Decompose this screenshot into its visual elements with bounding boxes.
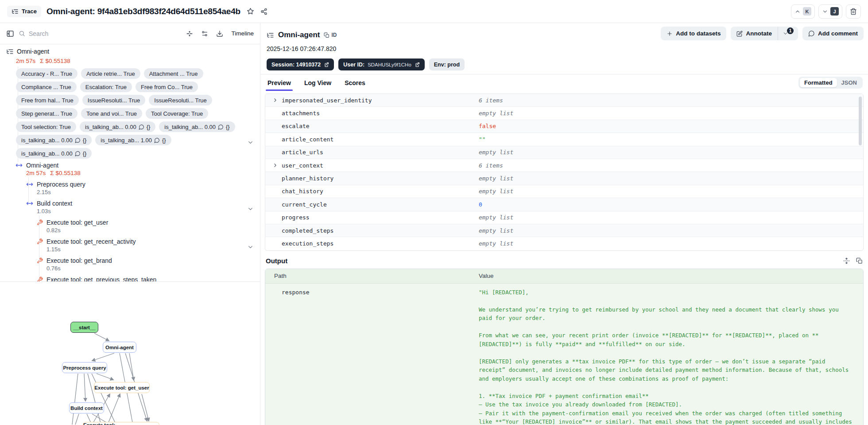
graph-edge — [94, 333, 109, 341]
tree-item-preprocess-query[interactable]: Preprocess query2.15s — [26, 180, 260, 197]
preview-row-user_context[interactable]: user_context6 items — [265, 159, 863, 172]
score-chip[interactable]: is_talking_ab... 0.00{} — [80, 121, 155, 132]
chevron-down-icon — [247, 244, 254, 250]
format-option-json[interactable]: JSON — [837, 78, 861, 87]
preview-value: empty list — [479, 227, 863, 234]
span-duration: 2m 57s — [26, 170, 46, 178]
download-icon[interactable] — [216, 30, 223, 37]
prev-trace-button[interactable]: K — [791, 4, 815, 19]
delete-trace-button[interactable] — [846, 4, 861, 19]
tree-item-execute-tool-get-user[interactable]: Execute tool: get_user0.82s — [37, 218, 260, 235]
graph-node-execute-tool-get-user[interactable]: Execute tool: get_user — [94, 382, 150, 393]
wrench-icon — [37, 277, 43, 282]
unfold-vertical-icon[interactable] — [843, 257, 850, 264]
add-comment-button[interactable]: Add comment — [802, 27, 864, 40]
score-chip[interactable]: Tool selection: True — [16, 121, 76, 132]
score-chip[interactable]: IssueResoluti... True — [149, 95, 212, 105]
tree-guide-line — [28, 177, 29, 203]
graph-node-execute-tool-get-recent-activity[interactable]: Execute tool: get_recent_activity — [83, 422, 159, 425]
share-icon[interactable] — [260, 8, 267, 15]
preview-row-impersonated_user_identity[interactable]: impersonated_user_identity6 items — [265, 94, 863, 107]
tree-item-execute-tool-get-previous-steps-taken[interactable]: Execute tool: get_previous_steps_taken1.… — [37, 275, 260, 282]
timeline-toggle[interactable]: Timeline — [231, 30, 254, 37]
preview-key: chat_history — [282, 188, 323, 195]
collapse-chevron-button[interactable] — [246, 243, 254, 251]
score-chip[interactable]: Step generat... True — [16, 108, 78, 119]
graph-edge — [75, 414, 79, 425]
tree-item-execute-tool-get-recent-activity[interactable]: Execute tool: get_recent_activity1.15s — [37, 237, 260, 254]
score-chip[interactable]: Attachment ... True — [144, 68, 203, 79]
score-chip[interactable]: is_talking_ab... 1.00{} — [95, 135, 171, 145]
copy-output-icon[interactable] — [856, 257, 863, 264]
score-chip[interactable]: is_talking_ab... 0.00{} — [16, 135, 92, 145]
preview-value: empty list — [479, 149, 863, 156]
score-chip-list: Accuracy - R... TrueArticle retrie... Tr… — [16, 68, 249, 159]
score-chip-row: Tool selection: Trueis_talking_ab... 0.0… — [16, 121, 249, 132]
score-chip[interactable]: Accuracy - R... True — [16, 68, 78, 79]
preview-key: completed_steps — [282, 227, 333, 234]
score-chip[interactable]: is_talking_ab... 0.00{} — [159, 121, 235, 132]
graph-node-omni-agent[interactable]: Omni-agent — [103, 342, 136, 353]
list-tree-icon — [267, 31, 274, 39]
wrench-icon — [37, 257, 43, 264]
graph-node-preprocess-query[interactable]: Preprocess query — [62, 362, 107, 373]
trace-tree-sidebar: Timeline Omni-agent 2m 57s Σ $0.55138 Ac… — [0, 23, 260, 425]
score-chip[interactable]: Escalation: True — [80, 82, 132, 92]
annotate-dropdown-button[interactable]: 1 — [778, 27, 798, 40]
search-box[interactable] — [19, 30, 182, 37]
user-id-badge[interactable]: User ID: SDAHUSLy9f1CHo — [338, 58, 425, 70]
root-span-metrics: 2m 57s Σ $0.55138 — [16, 58, 260, 66]
score-chip[interactable]: is_talking_ab... 0.00{} — [16, 148, 92, 159]
search-input[interactable] — [29, 30, 126, 37]
expand-all-icon[interactable] — [186, 30, 193, 37]
bookmark-star-icon[interactable] — [247, 8, 254, 15]
score-chip-label: IssueResoluti... True — [154, 97, 207, 104]
tree-item-execute-tool-get-brand[interactable]: Execute tool: get_brand0.76s — [37, 256, 260, 273]
score-chip[interactable]: Free from Co... True — [136, 82, 198, 92]
scrollbar-thumb[interactable] — [859, 97, 862, 145]
tree-item-build-context[interactable]: Build context1.03s — [26, 199, 260, 216]
graph-edges — [0, 282, 260, 425]
score-chip[interactable]: Article retrie... True — [81, 68, 140, 79]
trace-title: Omni-agent: 9f4a81eb3df983f24d64d511e854… — [46, 7, 240, 16]
graph-node-build-context[interactable]: Build context — [69, 402, 104, 413]
copy-id-button[interactable]: ID — [324, 32, 337, 38]
score-chip-label: Accuracy - R... True — [21, 70, 72, 77]
comment-bubble-icon — [154, 137, 160, 143]
tree-item-trace-root[interactable]: Omni-agent — [6, 47, 260, 56]
score-chip[interactable]: Tool Coverage: True — [146, 108, 208, 119]
chevron-right-icon[interactable] — [272, 97, 278, 103]
chevron-down-icon — [822, 8, 828, 15]
score-chip-label: Free from Co... True — [141, 84, 193, 90]
tab-log-view[interactable]: Log View — [303, 74, 332, 91]
tab-scores[interactable]: Scores — [344, 74, 366, 91]
id-label: ID — [331, 32, 337, 38]
score-chip[interactable]: IssueResoluti... True — [82, 95, 146, 105]
next-trace-button[interactable]: J — [818, 4, 842, 19]
format-option-formatted[interactable]: Formatted — [800, 78, 837, 87]
chevron-right-icon[interactable] — [272, 163, 278, 168]
tree-item-omni-agent[interactable]: Omni-agent2m 57sΣ $0.55138 — [16, 161, 260, 178]
user-id-label: User ID: — [343, 62, 364, 68]
score-chip[interactable]: Compliance ... True — [16, 82, 77, 92]
output-col-path: Path — [265, 273, 479, 279]
preview-key: article_urls — [282, 149, 323, 156]
add-comment-label: Add comment — [818, 30, 858, 37]
view-settings-icon[interactable] — [201, 30, 208, 37]
collapse-chevron-button[interactable] — [246, 138, 254, 146]
score-chip-suffix: {} — [147, 124, 151, 130]
add-to-datasets-button[interactable]: Add to datasets — [661, 27, 726, 40]
score-chip-label: Step generat... True — [21, 110, 72, 117]
chevron-down-icon — [247, 206, 254, 212]
score-chip[interactable]: Tone and voi... True — [81, 108, 142, 119]
collapse-panel-icon[interactable] — [6, 30, 14, 38]
session-badge[interactable]: Session: 14910372 — [267, 58, 334, 70]
score-chip[interactable]: Free from hal... True — [16, 95, 79, 105]
score-chip-label: is_talking_ab... 0.00 — [164, 124, 216, 130]
graph-node--start-[interactable]: __start__ — [70, 322, 98, 333]
comment-bubble-icon — [139, 124, 144, 130]
tab-preview[interactable]: Preview — [267, 74, 292, 91]
score-chip-label: Escalation: True — [85, 84, 127, 90]
annotate-button[interactable]: Annotate — [731, 27, 778, 40]
collapse-chevron-button[interactable] — [246, 205, 254, 213]
